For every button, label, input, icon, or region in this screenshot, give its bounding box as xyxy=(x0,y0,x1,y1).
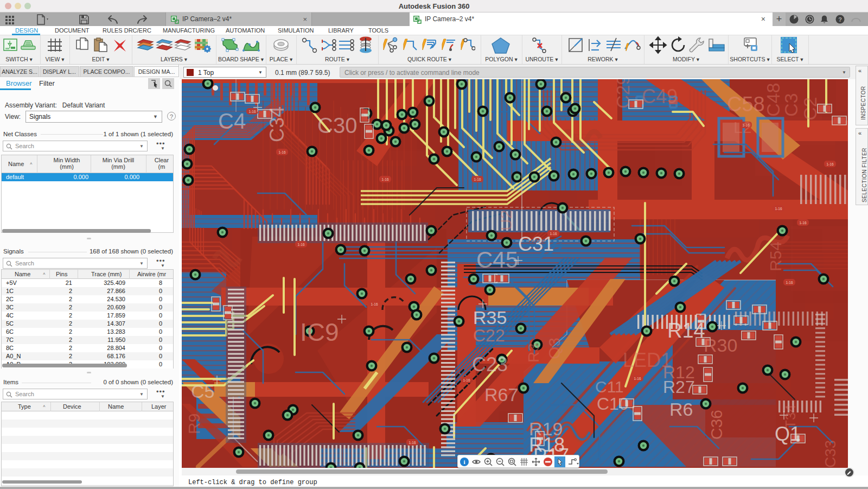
svg-text:T34: T34 xyxy=(782,404,799,429)
svg-text:C3: C3 xyxy=(781,93,801,117)
svg-text:R27: R27 xyxy=(663,377,695,397)
svg-text:R35: R35 xyxy=(473,307,507,328)
svg-text:1-16: 1-16 xyxy=(786,281,793,284)
svg-text:C11: C11 xyxy=(595,378,624,396)
svg-text:C36: C36 xyxy=(707,410,725,440)
svg-text:U2: U2 xyxy=(497,210,515,231)
svg-text:C22: C22 xyxy=(473,326,505,345)
svg-text:R3: R3 xyxy=(525,343,542,363)
svg-text:1-16: 1-16 xyxy=(248,110,256,113)
svg-text:1-16: 1-16 xyxy=(775,207,782,211)
svg-text:R9: R9 xyxy=(185,414,203,434)
svg-text:R6: R6 xyxy=(669,399,693,420)
svg-text:C33: C33 xyxy=(822,440,839,468)
svg-text:R14: R14 xyxy=(667,319,705,342)
svg-text:C31: C31 xyxy=(518,233,554,255)
svg-text:R30: R30 xyxy=(704,335,737,355)
svg-text:C30: C30 xyxy=(317,113,357,137)
svg-text:1-16: 1-16 xyxy=(297,243,304,246)
svg-text:R67: R67 xyxy=(484,384,518,405)
svg-text:C23: C23 xyxy=(472,353,508,376)
svg-text:R54: R54 xyxy=(767,242,784,271)
svg-text:C4: C4 xyxy=(218,109,246,133)
svg-text:1-16: 1-16 xyxy=(826,162,833,166)
svg-text:1-16: 1-16 xyxy=(634,377,641,380)
svg-text:1-16: 1-16 xyxy=(278,150,285,154)
svg-text:IC9: IC9 xyxy=(300,318,339,346)
svg-text:1-16: 1-16 xyxy=(799,221,806,225)
svg-text:C45: C45 xyxy=(476,247,518,272)
svg-text:C5: C5 xyxy=(191,381,214,402)
svg-text:C29: C29 xyxy=(612,79,633,109)
svg-text:C58: C58 xyxy=(727,93,765,116)
svg-text:C10: C10 xyxy=(597,394,629,414)
svg-text:C49: C49 xyxy=(642,85,678,107)
svg-text:1-16: 1-16 xyxy=(474,177,481,181)
svg-text:L2: L2 xyxy=(733,118,751,136)
svg-text:1-16: 1-16 xyxy=(371,302,378,306)
svg-text:1-16: 1-16 xyxy=(381,177,388,181)
svg-text:Q3: Q3 xyxy=(545,338,563,359)
svg-text:C2: C2 xyxy=(800,97,820,120)
svg-text:1-16: 1-16 xyxy=(409,441,416,444)
svg-text:?: ? xyxy=(838,16,842,23)
svg-text:C34: C34 xyxy=(266,106,288,142)
svg-text:i: i xyxy=(463,459,465,465)
svg-text:1-16: 1-16 xyxy=(463,378,470,382)
